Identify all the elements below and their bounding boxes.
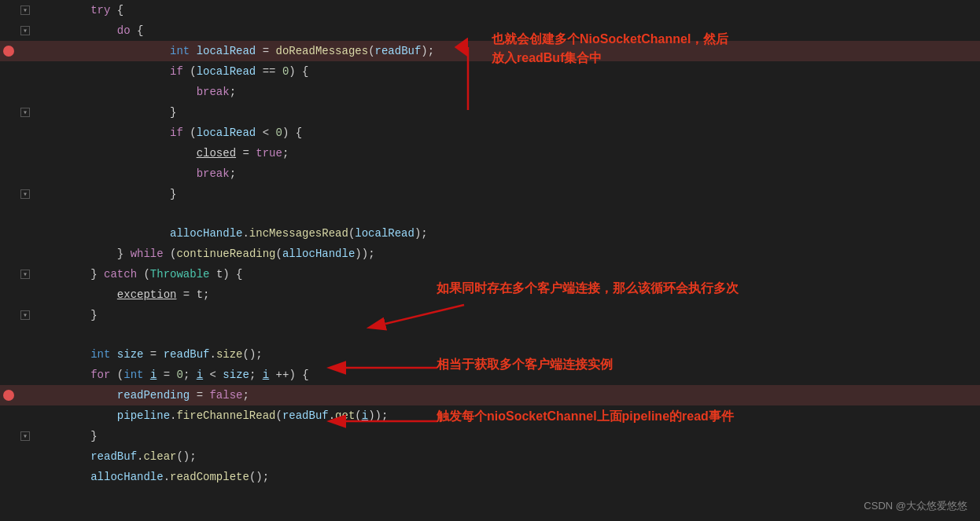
fold-icon[interactable]: ▾	[20, 108, 30, 117]
code-line-21: pipeline.fireChannelRead(readBuf.get(i))…	[0, 405, 980, 426]
fold-icon[interactable]: ▾	[20, 431, 30, 441]
line-content-2: do {	[31, 20, 980, 41]
code-line-13: } while (continueReading(allocHandle));	[0, 244, 980, 264]
code-line-6: ▾ }	[0, 102, 980, 123]
line-content-4: if (localRead == 0) {	[31, 61, 980, 82]
line-content-19: for (int i = 0; i < size; i ++) {	[31, 365, 980, 385]
line-content-24: allocHandle.readComplete();	[31, 467, 980, 487]
line-content-1: try {	[31, 0, 980, 20]
line-content-9: break;	[31, 163, 980, 184]
line-content-3: int localRead = doReadMessages(readBuf);	[31, 41, 980, 61]
code-line-22: ▾ }	[0, 426, 980, 446]
code-line-20: readPending = false;	[0, 385, 980, 405]
line-content-6: }	[31, 102, 980, 123]
code-line-2: ▾ do {	[0, 20, 980, 41]
code-line-18: int size = readBuf.size();	[0, 344, 980, 365]
line-content-12: allocHandle.incMessagesRead(localRead);	[31, 223, 980, 244]
line-content-8: closed = true;	[31, 143, 980, 163]
line-content-22: }	[31, 426, 980, 446]
code-line-5: break;	[0, 82, 980, 102]
code-line-17	[0, 325, 980, 344]
code-line-4: if (localRead == 0) {	[0, 61, 980, 82]
line-content-7: if (localRead < 0) {	[31, 123, 980, 143]
code-line-1: ▾ try {	[0, 0, 980, 20]
fold-icon[interactable]: ▾	[20, 26, 30, 35]
line-content-14: } catch (Throwable t) {	[31, 264, 980, 284]
code-line-3: int localRead = doReadMessages(readBuf);	[0, 41, 980, 61]
breakpoint-icon	[3, 46, 14, 57]
line-content-20: readPending = false;	[31, 385, 980, 405]
code-line-8: closed = true;	[0, 143, 980, 163]
code-line-12: allocHandle.incMessagesRead(localRead);	[0, 223, 980, 244]
breakpoint-icon	[3, 390, 14, 401]
line-content-16: }	[31, 305, 980, 325]
line-content-23: readBuf.clear();	[31, 446, 980, 467]
fold-icon[interactable]: ▾	[20, 189, 30, 199]
line-content-18: int size = readBuf.size();	[31, 344, 980, 365]
line-content-13: } while (continueReading(allocHandle));	[31, 244, 980, 264]
watermark: CSDN @大众悠爱悠悠	[864, 499, 967, 513]
fold-icon[interactable]: ▾	[20, 270, 30, 279]
code-line-16: ▾ }	[0, 305, 980, 325]
fold-icon[interactable]: ▾	[20, 6, 30, 15]
line-content-21: pipeline.fireChannelRead(readBuf.get(i))…	[31, 405, 980, 426]
code-line-11	[0, 204, 980, 223]
line-content-11	[31, 213, 980, 215]
line-content-15: exception = t;	[31, 284, 980, 305]
code-line-24: allocHandle.readComplete();	[0, 467, 980, 487]
code-line-15: exception = t;	[0, 284, 980, 305]
code-line-10: ▾ }	[0, 184, 980, 204]
code-line-7: if (localRead < 0) {	[0, 123, 980, 143]
fold-icon[interactable]: ▾	[20, 310, 30, 320]
code-line-19: for (int i = 0; i < size; i ++) {	[0, 365, 980, 385]
line-content-10: }	[31, 184, 980, 204]
code-line-14: ▾ } catch (Throwable t) {	[0, 264, 980, 284]
code-area: ▾ try {▾ do { int localRead = doReadMess…	[0, 0, 980, 487]
line-content-17	[31, 334, 980, 336]
code-line-23: readBuf.clear();	[0, 446, 980, 467]
code-container: ▾ try {▾ do { int localRead = doReadMess…	[0, 0, 980, 521]
code-line-9: break;	[0, 163, 980, 184]
line-content-5: break;	[31, 82, 980, 102]
